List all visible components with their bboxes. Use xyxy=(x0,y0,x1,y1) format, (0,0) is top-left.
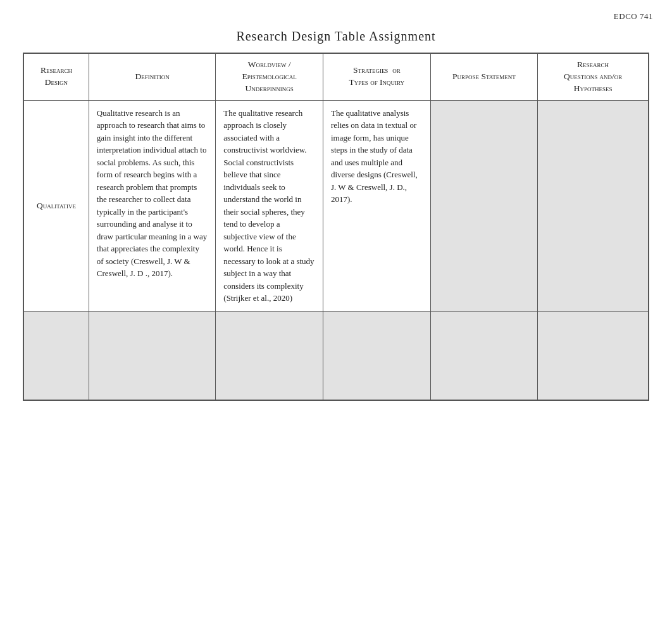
page-title: Research Design Table Assignment xyxy=(0,29,672,44)
cell-qualitative-design: Qualitative xyxy=(24,100,89,311)
col-header-definition: Definition xyxy=(89,54,215,101)
cell-row2-strategies xyxy=(323,311,430,400)
course-code: EDCO 741 xyxy=(614,11,653,22)
research-design-table: ResearchDesign Definition Worldview /Epi… xyxy=(23,53,649,400)
cell-row2-definition xyxy=(89,311,215,400)
cell-qualitative-definition: Qualitative research is an approach to r… xyxy=(89,100,215,311)
table-row-qualitative: Qualitative Qualitative research is an a… xyxy=(24,100,649,311)
cell-row2-worldview xyxy=(216,311,323,400)
col-header-questions: ResearchQuestions and/orHypotheses xyxy=(538,54,649,101)
cell-qualitative-strategies: The qualitative analysis relies on data … xyxy=(323,100,430,311)
cell-row2-design xyxy=(24,311,89,400)
col-header-purpose: Purpose Statement xyxy=(430,54,538,101)
page-header: EDCO 741 xyxy=(0,0,672,22)
col-header-worldview: Worldview /EpistemologicalUnderpinnings xyxy=(216,54,323,101)
col-header-research-design: ResearchDesign xyxy=(24,54,89,101)
cell-qualitative-purpose xyxy=(430,100,538,311)
table-header-row: ResearchDesign Definition Worldview /Epi… xyxy=(24,54,649,101)
table-wrapper: ResearchDesign Definition Worldview /Epi… xyxy=(23,53,649,401)
cell-row2-purpose xyxy=(430,311,538,400)
col-header-strategies: Strategies orTypes of Inquiry xyxy=(323,54,430,101)
cell-row2-questions xyxy=(538,311,649,400)
cell-qualitative-questions xyxy=(538,100,649,311)
cell-qualitative-worldview: The qualitative research approach is clo… xyxy=(216,100,323,311)
table-row-2 xyxy=(24,311,649,400)
